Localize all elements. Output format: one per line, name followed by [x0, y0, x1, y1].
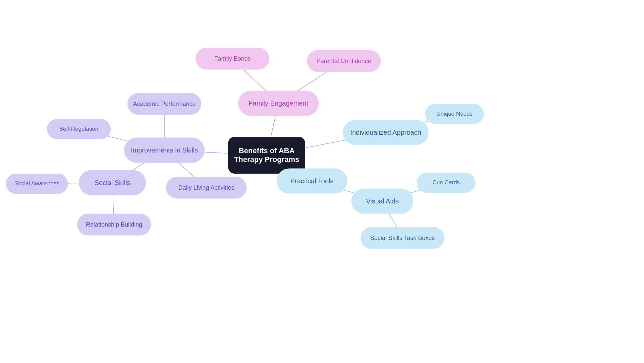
center-node: Benefits of ABA Therapy Programs: [228, 137, 305, 174]
parental-confidence-node: Parental Confidence: [307, 50, 381, 72]
social-awareness-node: Social Awareness: [6, 174, 68, 194]
family-bonds-node: Family Bonds: [196, 48, 269, 70]
individualized-approach-node: Individualized Approach: [343, 120, 429, 145]
cue-cards-node: Cue Cards: [417, 173, 476, 193]
daily-living-node: Daily Living Activities: [166, 177, 247, 199]
family-engagement-node: Family Engagement: [238, 91, 319, 116]
relationship-building-node: Relationship Building: [77, 214, 151, 236]
practical-tools-node: Practical Tools: [277, 169, 347, 194]
unique-needs-node: Unique Needs: [425, 104, 484, 124]
self-regulation-node: Self-Regulation: [47, 119, 111, 139]
social-skills-task-boxes-node: Social Skills Task Boxes: [361, 227, 444, 249]
social-skills-node: Social Skills: [79, 170, 146, 195]
academic-performance-node: Academic Performance: [127, 93, 201, 115]
improvements-in-skills-node: Improvements in Skills: [124, 138, 205, 163]
visual-aids-node: Visual Aids: [352, 189, 414, 214]
